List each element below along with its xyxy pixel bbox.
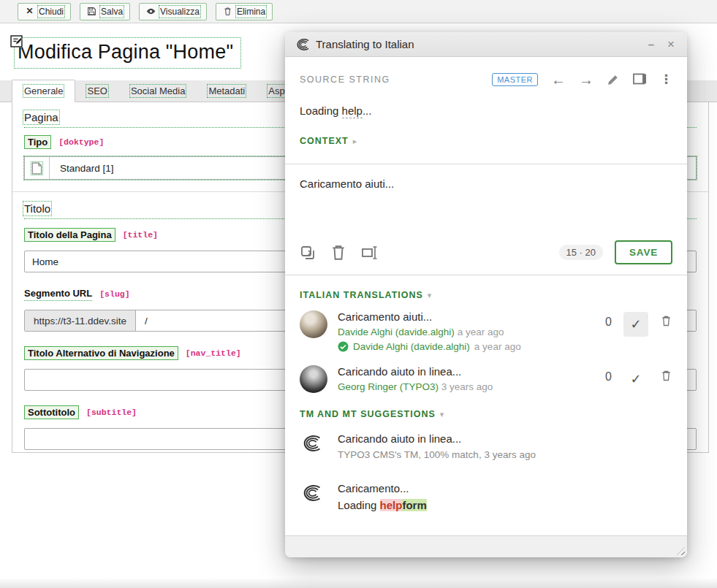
approver-name[interactable]: Davide Alghi (davide.alghi) — [353, 341, 470, 352]
translation-author[interactable]: Davide Alghi (davide.alghi) — [338, 327, 455, 337]
translation-text[interactable]: Caricando aiuto in linea... — [338, 365, 605, 378]
delete-translation-icon[interactable] — [660, 312, 672, 327]
suggestion-diff: Loading helpform — [338, 499, 427, 511]
translation-meta: Georg Ringer (TYPO3) 3 years ago — [338, 381, 605, 392]
source-controls: MASTER ← → ⋮ — [492, 72, 672, 87]
approve-button[interactable]: ✓ — [623, 312, 648, 337]
dialog-body: SOURCE STRING MASTER ← → ⋮ Loading help.… — [285, 57, 687, 557]
translation-author[interactable]: Georg Ringer (TYPO3) — [338, 381, 439, 392]
approved-check-icon — [338, 341, 349, 352]
page-doc-iconbox — [25, 157, 50, 179]
crowdin-logo-icon — [294, 38, 310, 51]
entry-body: Caricamento aiuti... Davide Alghi (david… — [338, 310, 605, 352]
tm-suggestion[interactable]: Caricando aiuto in linea... TYPO3 CMS's … — [300, 432, 672, 460]
context-toggle[interactable]: CONTEXT ▸ — [300, 136, 672, 146]
avatar — [300, 365, 327, 393]
suggestion-body: Caricando aiuto in linea... TYPO3 CMS's … — [338, 432, 536, 460]
entry-actions: 0 ✓ — [605, 365, 672, 393]
edit-record-icon[interactable] — [10, 35, 23, 47]
trash-icon — [223, 7, 232, 16]
save-icon — [87, 7, 96, 16]
resize-handle-icon[interactable] — [677, 547, 685, 555]
entry-actions: 0 ✓ — [605, 310, 672, 352]
translation-editor[interactable]: Caricamento aiuti... — [285, 164, 687, 236]
translations-section-header[interactable]: ITALIAN TRANSLATIONS ▾ — [300, 290, 672, 300]
eye-icon — [146, 7, 156, 16]
navtitle-field-token: [nav_title] — [186, 348, 241, 358]
save-translation-button[interactable]: SAVE — [615, 240, 672, 264]
approve-button[interactable]: ✓ — [623, 367, 648, 392]
close-dialog-icon[interactable]: × — [664, 38, 678, 50]
side-by-side-view-icon[interactable] — [633, 73, 647, 85]
diff-unchanged: Loading — [338, 499, 380, 511]
type-field-token: [doktype] — [58, 137, 104, 147]
avatar — [300, 310, 327, 338]
tm-suggestion[interactable]: Caricamento... Loading helpform — [300, 482, 672, 511]
tab-seo[interactable]: SEO — [75, 80, 118, 102]
view-button-label: Visualizza — [160, 7, 200, 17]
copy-source-icon[interactable] — [300, 245, 316, 261]
tab-metadati[interactable]: Metadati — [197, 80, 257, 102]
slug-prefix: https://t3-11.ddev.site — [25, 310, 136, 331]
close-button[interactable]: ✕ Chiudi — [18, 3, 71, 20]
previous-string-icon[interactable]: ← — [551, 72, 566, 87]
translation-entry: Caricando aiuto in linea... Georg Ringer… — [300, 365, 672, 393]
translation-dialog: Translating to Italian – × SOURCE STRING… — [285, 32, 687, 557]
tab-metadati-label: Metadati — [208, 85, 245, 96]
text-selection-icon[interactable] — [361, 245, 380, 261]
approval-time: a year ago — [474, 341, 521, 352]
suggestion-text: Caricando aiuto in linea... — [338, 432, 536, 445]
translation-entry: Caricamento aiuti... Davide Alghi (david… — [300, 310, 672, 352]
slug-field-label: Segmento URL — [24, 287, 92, 301]
dialog-footer — [285, 535, 687, 557]
dialog-title: Translating to Italian — [316, 38, 639, 50]
editor-action-row: 15 · 20 SAVE — [285, 236, 687, 269]
source-string-label: SOURCE STRING — [300, 75, 390, 85]
subtitle-field-label: Sottotitolo — [24, 405, 79, 419]
save-button-label: Salva — [101, 7, 123, 17]
diff-added: form — [402, 499, 426, 511]
close-button-label: Chiudi — [39, 7, 64, 17]
dialog-header[interactable]: Translating to Italian – × — [285, 32, 687, 57]
tab-generale[interactable]: Generale — [12, 80, 75, 102]
doc-header-toolbar: ✕ Chiudi Salva Visualizza Elimina — [0, 0, 717, 23]
crowdin-tm-icon — [300, 432, 322, 454]
suggestions-section-header[interactable]: TM AND MT SUGGESTIONS ▾ — [300, 409, 672, 419]
title-field-token: [title] — [123, 230, 158, 240]
page-icon — [31, 162, 42, 175]
delete-translation-icon[interactable] — [660, 367, 672, 381]
translation-text[interactable]: Caricamento aiuti... — [338, 310, 605, 323]
vote-count: 0 — [605, 312, 612, 329]
context-label: CONTEXT — [300, 136, 349, 146]
delete-button-label: Elimina — [237, 7, 265, 17]
view-button[interactable]: Visualizza — [139, 3, 207, 20]
delete-button[interactable]: Elimina — [216, 3, 273, 20]
translation-time: 3 years ago — [441, 381, 493, 392]
caret-right-icon: ▸ — [353, 137, 357, 146]
tab-generale-label: Generale — [24, 85, 63, 96]
clear-translation-icon[interactable] — [332, 245, 345, 261]
source-string-row: SOURCE STRING MASTER ← → ⋮ — [285, 57, 687, 87]
entry-body: Caricando aiuto in linea... Georg Ringer… — [338, 365, 605, 393]
suggestion-meta: TYPO3 CMS's TM, 100% match, 3 years ago — [338, 449, 536, 460]
suggestions-header-label: TM AND MT SUGGESTIONS — [300, 409, 436, 419]
suggestion-body: Caricamento... Loading helpform — [338, 482, 427, 511]
subtitle-field-token: [subtitle] — [86, 408, 137, 417]
suggestion-text: Caricamento... — [338, 482, 427, 495]
edit-source-icon[interactable] — [607, 73, 620, 86]
next-string-icon[interactable]: → — [579, 72, 593, 87]
page-bottom-shadow — [0, 578, 717, 588]
source-text-post: ... — [363, 104, 372, 117]
tab-social-media[interactable]: Social Media — [119, 80, 197, 102]
more-options-icon[interactable]: ⋮ — [660, 72, 672, 87]
minimize-icon[interactable]: – — [645, 38, 658, 50]
save-button[interactable]: Salva — [80, 3, 130, 20]
glossary-term[interactable]: help — [342, 104, 363, 118]
character-counter: 15 · 20 — [559, 245, 603, 260]
tab-seo-label: SEO — [87, 85, 107, 96]
type-field-label: Tipo — [24, 135, 51, 149]
vote-count: 0 — [605, 367, 612, 383]
diff-removed: help — [380, 499, 403, 511]
crowdin-tm-icon — [300, 482, 322, 504]
editor-icons — [300, 245, 559, 261]
